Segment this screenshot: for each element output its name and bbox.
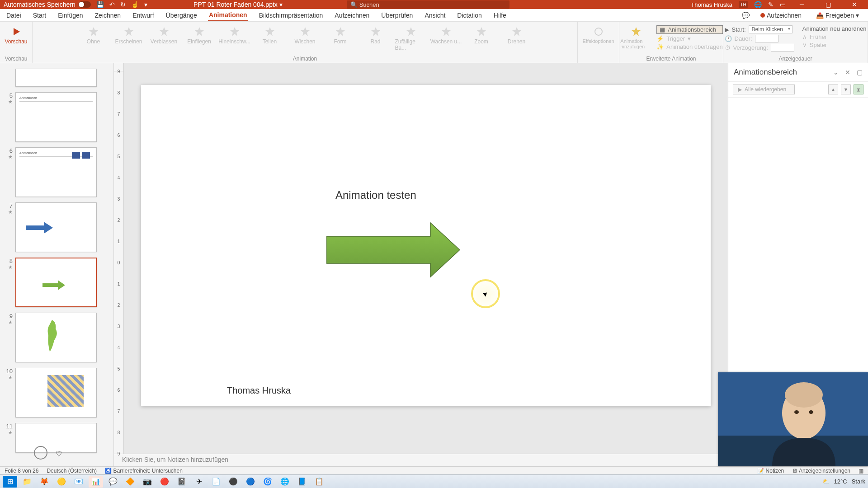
tab-hilfe[interactable]: Hilfe [493, 9, 507, 21]
close-pane-icon[interactable]: ✕ [845, 69, 850, 76]
app4-icon[interactable]: 📄 [209, 476, 223, 488]
comments-icon[interactable]: 💬 [742, 12, 750, 19]
play-all-button[interactable]: ▶Alle wiedergeben [733, 84, 795, 94]
tab-einfügen[interactable]: Einfügen [57, 9, 84, 21]
app2-icon[interactable]: 📷 [140, 476, 155, 488]
slide-position[interactable]: Folie 8 von 26 [5, 468, 38, 474]
slide-footer-text[interactable]: Thomas Hruska [227, 385, 291, 396]
duration-input[interactable] [755, 35, 778, 42]
slide-thumb-10[interactable] [15, 368, 97, 418]
file-dropdown-icon[interactable]: ▾ [279, 1, 283, 8]
slide-thumb-9[interactable] [15, 313, 97, 362]
slide-thumb-11[interactable]: ♡ [15, 423, 97, 453]
effect-wachsen-u-[interactable]: Wachsen u... [429, 23, 463, 51]
firefox-icon[interactable]: 🦊 [37, 476, 52, 488]
accessibility-status[interactable]: ♿ Barrierefreiheit: Untersuchen [105, 468, 183, 474]
weather-desc[interactable]: Stark [852, 478, 865, 485]
telegram-icon[interactable]: ✈ [192, 476, 206, 488]
tab-zeichnen[interactable]: Zeichnen [94, 9, 122, 21]
move-up-button[interactable]: ▲ [828, 84, 838, 94]
app-icon[interactable]: 💬 [106, 476, 120, 488]
slide-canvas[interactable]: Animation testen Thomas Hruska [141, 85, 711, 406]
undo-icon[interactable]: ↶ [109, 1, 115, 8]
display-settings-button[interactable]: 🖥 Anzeigeeinstellungen [792, 468, 850, 474]
vlc-icon[interactable]: 🔶 [123, 476, 137, 488]
globe-icon[interactable]: 🌐 [754, 1, 762, 8]
tab-aufzeichnen[interactable]: Aufzeichnen [334, 9, 370, 21]
app7-icon[interactable]: 📘 [295, 476, 309, 488]
share-button[interactable]: 📤Freigeben ▾ [812, 11, 863, 20]
slide-thumb-5[interactable]: Animationen [15, 92, 97, 142]
trigger-button[interactable]: ⚡ Trigger ▾ [656, 35, 722, 42]
effect-teilen[interactable]: Teilen [253, 23, 287, 51]
touch-icon[interactable]: ☝ [131, 1, 139, 8]
effect-rad[interactable]: Rad [359, 23, 392, 51]
close-button[interactable]: ✕ [844, 0, 864, 9]
tab-dictation[interactable]: Dictation [456, 9, 482, 21]
tab-bildschirmpräsentation[interactable]: Bildschirmpräsentation [258, 9, 324, 21]
edge-icon[interactable]: 🌐 [278, 476, 292, 488]
animation-pane-button[interactable]: ▦ Animationsbereich [656, 25, 722, 34]
language-status[interactable]: Deutsch (Österreich) [47, 468, 97, 474]
tab-start[interactable]: Start [32, 9, 47, 21]
redo-icon[interactable]: ↻ [120, 1, 126, 8]
effect-form[interactable]: Form [324, 23, 357, 51]
seconds-button[interactable]: ⧗ [854, 84, 863, 94]
app6-icon[interactable]: 🌀 [260, 476, 275, 488]
record-button[interactable]: Aufzeichnen [757, 11, 805, 20]
file-name[interactable]: PPT 01 Roter Faden 004.pptx [193, 1, 278, 8]
effect-erscheinen[interactable]: Erscheinen [112, 23, 146, 51]
minimize-button[interactable]: ─ [792, 0, 812, 9]
effect-wischen[interactable]: Wischen [288, 23, 322, 51]
obs-icon[interactable]: ⚫ [226, 476, 241, 488]
weather-temp[interactable]: 12°C [834, 478, 847, 485]
notes-button[interactable]: 📝 Notizen [757, 468, 784, 474]
user-avatar[interactable]: TH [739, 1, 748, 8]
thumb-partial[interactable] [15, 69, 97, 87]
outlook-icon[interactable]: 📧 [71, 476, 86, 488]
app5-icon[interactable]: 🔵 [243, 476, 258, 488]
toggle-off-icon[interactable] [78, 1, 91, 8]
app8-icon[interactable]: 📋 [312, 476, 326, 488]
save-icon[interactable]: 💾 [96, 1, 104, 8]
effect-zuf-llige-ba-[interactable]: Zufällige Ba... [394, 23, 428, 51]
start-button[interactable]: ⊞ [3, 476, 17, 488]
chrome-icon[interactable]: 🟡 [54, 476, 69, 488]
effect-einfliegen[interactable]: Einfliegen [183, 23, 216, 51]
start-dropdown[interactable]: Beim Klicken [749, 25, 793, 33]
weather-icon[interactable]: ⛅ [822, 478, 830, 485]
tab-entwurf[interactable]: Entwurf [132, 9, 155, 21]
search-input[interactable]: 🔍 Suchen [347, 0, 509, 9]
window-icon[interactable]: ▭ [780, 1, 786, 8]
animation-painter-button[interactable]: ✨ Animation übertragen [656, 43, 722, 50]
popout-icon[interactable]: ▢ [857, 69, 863, 76]
view-normal-icon[interactable]: ▥ [859, 468, 863, 474]
effect-zoom[interactable]: Zoom [465, 23, 498, 51]
app3-icon[interactable]: 🔴 [157, 476, 172, 488]
slide-panel[interactable]: 5★Animationen6★Animationen7★8★9★10★11★♡ [0, 63, 114, 466]
explorer-icon[interactable]: 📁 [20, 476, 34, 488]
move-earlier-button[interactable]: ∧ Früher [802, 33, 867, 40]
effect-hineinschw-[interactable]: Hineinschw... [218, 23, 251, 51]
slide-thumb-7[interactable] [15, 202, 97, 252]
dropdown-icon[interactable]: ▾ [144, 1, 147, 8]
preview-button[interactable]: Vorschau [0, 23, 33, 45]
autosave-toggle[interactable]: Automatisches Speichern [4, 1, 91, 8]
effect-ohne[interactable]: Ohne [77, 23, 110, 51]
notes-area[interactable]: Klicken Sie, um Notizen hinzuzufügen [114, 454, 728, 466]
powerpoint-icon[interactable]: 📊 [89, 476, 103, 488]
tab-übergänge[interactable]: Übergänge [165, 9, 198, 21]
add-animation-button[interactable]: Animation hinzufügen [619, 23, 653, 49]
tab-ansicht[interactable]: Ansicht [424, 9, 446, 21]
effect-drehen[interactable]: Drehen [500, 23, 533, 51]
slide-editor[interactable]: Animation testen Thomas Hruska [124, 71, 728, 454]
slide-thumb-6[interactable]: Animationen [15, 147, 97, 197]
collapse-icon[interactable]: ⌄ [833, 69, 839, 76]
effect-options-button[interactable]: Effektoptionen [582, 23, 615, 44]
onenote-icon[interactable]: 📓 [175, 476, 189, 488]
tab-animationen[interactable]: Animationen [208, 9, 248, 21]
slide-title-text[interactable]: Animation testen [335, 189, 416, 202]
move-down-button[interactable]: ▼ [841, 84, 851, 94]
effect-verblassen[interactable]: Verblassen [147, 23, 181, 51]
tab-datei[interactable]: Datei [5, 9, 22, 21]
